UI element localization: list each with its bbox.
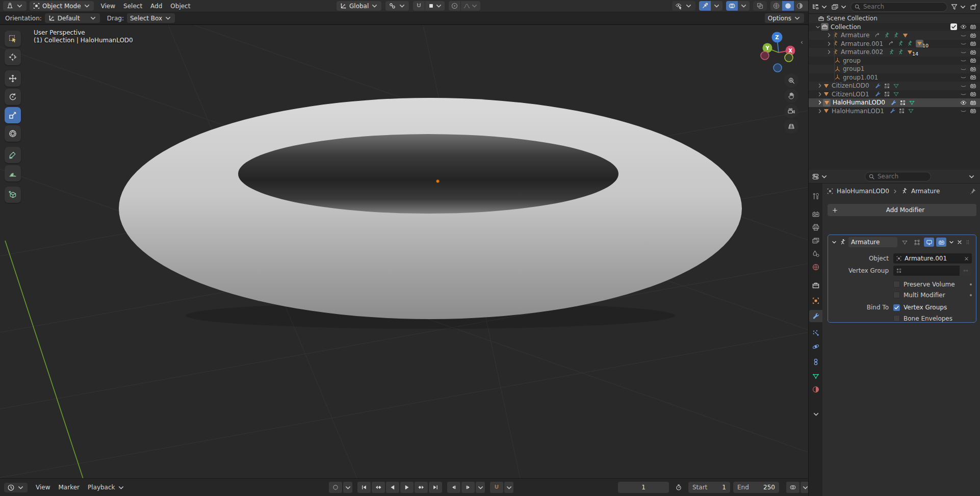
tab-render[interactable] [809, 208, 822, 220]
proportional-edit-toggle[interactable] [449, 1, 460, 11]
camera-icon[interactable] [970, 23, 976, 30]
tab-constraints[interactable] [809, 356, 822, 368]
camera-icon[interactable] [970, 57, 976, 64]
multi-modifier-checkbox[interactable] [893, 292, 900, 298]
falloff-dropdown[interactable] [461, 1, 480, 11]
outliner-row-scene-collection[interactable]: Scene Collection [809, 14, 980, 23]
shading-wireframe-button[interactable] [770, 1, 782, 11]
add-cube-tool[interactable] [5, 187, 21, 203]
timeline-overlays-toggle[interactable] [786, 482, 800, 493]
eye-closed-icon[interactable] [960, 32, 967, 39]
animate-dot[interactable] [970, 283, 972, 285]
breadcrumb-modifier[interactable]: Armature [911, 188, 940, 195]
menu-object[interactable]: Object [166, 3, 194, 10]
eye-closed-icon[interactable] [960, 57, 967, 64]
play-reverse-button[interactable] [386, 482, 399, 493]
eye-closed-icon[interactable] [960, 66, 967, 72]
tab-particles[interactable] [809, 327, 822, 340]
next-keyframe-button[interactable] [415, 482, 428, 493]
eye-closed-icon[interactable] [960, 74, 967, 81]
sidebar-collapse-arrow[interactable]: ‹ [801, 39, 803, 46]
navigation-gizmo[interactable]: Z X Y [759, 29, 802, 75]
camera-icon[interactable] [970, 99, 976, 106]
scale-tool[interactable] [5, 107, 21, 123]
on-cage-toggle[interactable] [912, 238, 922, 247]
outliner-editor-dropdown[interactable] [812, 3, 828, 11]
select-box-tool[interactable] [5, 31, 21, 47]
tab-physics[interactable] [809, 341, 822, 353]
outliner-row-collection[interactable]: Collection [809, 23, 980, 32]
tab-world[interactable] [809, 261, 822, 273]
modifier-object-field[interactable]: Armature.001 [893, 253, 972, 264]
annotate-tool[interactable] [5, 147, 21, 163]
eye-closed-icon[interactable] [960, 40, 967, 47]
camera-icon[interactable] [970, 91, 976, 97]
add-modifier-button[interactable]: Add Modifier [828, 204, 976, 216]
shading-material-button[interactable] [794, 1, 806, 11]
expand-icon[interactable] [826, 32, 832, 38]
display-mode-dropdown[interactable] [831, 3, 847, 11]
eye-closed-icon[interactable] [960, 108, 967, 114]
use-preview-range-toggle[interactable] [672, 482, 685, 493]
prev-frame-button[interactable] [447, 482, 460, 493]
tab-modifiers[interactable] [809, 310, 822, 322]
orientation-default-dropdown[interactable]: Default [45, 13, 100, 23]
menu-select[interactable]: Select [119, 3, 146, 10]
tab-material[interactable] [809, 383, 822, 396]
preserve-volume-checkbox[interactable] [893, 281, 900, 288]
collapse-icon[interactable] [815, 24, 821, 30]
options-dropdown[interactable]: Options [765, 13, 804, 23]
pivot-dropdown[interactable] [385, 1, 409, 11]
menu-add[interactable]: Add [146, 3, 166, 10]
panel-expand-icon[interactable] [831, 239, 837, 245]
play-button[interactable] [400, 482, 414, 493]
overlays-toggle[interactable] [726, 1, 738, 11]
camera-icon[interactable] [970, 32, 976, 39]
shading-solid-button[interactable] [782, 1, 794, 11]
tab-scene[interactable] [809, 248, 822, 260]
bone-envelopes-checkbox[interactable] [893, 315, 900, 322]
menu-view[interactable]: View [97, 3, 119, 10]
timeline-menu-marker[interactable]: Marker [54, 484, 83, 491]
camera-icon[interactable] [970, 74, 976, 81]
eye-open-icon[interactable] [960, 99, 967, 106]
cursor-tool[interactable] [5, 49, 21, 65]
eye-closed-icon[interactable] [960, 49, 967, 56]
overlays-dropdown[interactable] [738, 1, 750, 11]
jump-to-end-button[interactable] [429, 482, 442, 493]
invert-vertex-group-button[interactable] [960, 266, 972, 276]
properties-options-dropdown[interactable] [968, 173, 975, 180]
breadcrumb-object[interactable]: HaloHumanLOD0 [837, 188, 889, 195]
3d-viewport[interactable]: User Perspective (1) Collection | HaloHu… [0, 25, 808, 478]
timeline-snap-toggle[interactable] [490, 482, 503, 493]
eye-closed-icon[interactable] [960, 91, 967, 97]
drag-handle-icon[interactable] [965, 239, 971, 245]
pan-button[interactable] [784, 89, 798, 103]
tab-collection[interactable] [809, 279, 822, 292]
outliner-search-input[interactable] [850, 2, 947, 12]
modifier-name-field[interactable]: Armature [848, 237, 897, 247]
outliner-row-halohumanlod0[interactable]: HaloHumanLOD0 [809, 98, 980, 107]
camera-icon[interactable] [970, 49, 976, 56]
expand-icon[interactable] [817, 99, 823, 106]
gizmo-dropdown[interactable] [711, 1, 723, 11]
tab-strip-overflow[interactable] [809, 408, 822, 420]
start-frame-field[interactable]: Start 1 [688, 482, 730, 493]
move-tool[interactable] [5, 70, 21, 87]
gizmo-neg-y-axis[interactable] [785, 54, 793, 62]
outliner-row-citizenlod1[interactable]: CitizenLOD1 [809, 90, 980, 99]
remove-modifier-icon[interactable] [957, 239, 963, 245]
tab-object-data[interactable] [809, 370, 822, 382]
tab-tool[interactable] [809, 190, 822, 202]
eye-open-icon[interactable] [960, 23, 967, 30]
mode-dropdown[interactable]: Object Mode [30, 1, 94, 11]
prev-keyframe-button[interactable] [372, 482, 385, 493]
timeline-menu-view[interactable]: View [32, 484, 54, 491]
clear-icon[interactable] [964, 256, 969, 262]
frame-step-dropdown[interactable] [476, 482, 485, 493]
properties-editor-dropdown[interactable] [812, 173, 828, 180]
auto-keying-dropdown[interactable] [343, 482, 352, 493]
next-frame-button[interactable] [461, 482, 475, 493]
eye-closed-icon[interactable] [960, 83, 967, 89]
measure-tool[interactable] [5, 165, 21, 181]
